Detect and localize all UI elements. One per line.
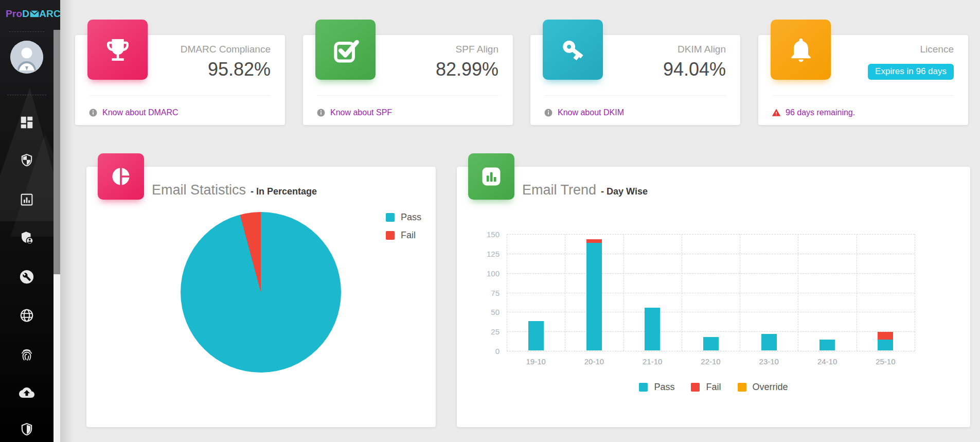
sidebar: ProDARC bbox=[0, 0, 60, 442]
shield-split-icon bbox=[19, 422, 34, 437]
stat-value: 94.04% bbox=[663, 59, 726, 80]
dmarc-compliance-card: DMARC Compliance 95.82% Know about DMARC bbox=[75, 35, 285, 125]
legend-label: Pass bbox=[654, 382, 674, 393]
know-about-dmarc-link[interactable]: Know about DMARC bbox=[88, 102, 179, 123]
scrollbar-track bbox=[54, 274, 60, 442]
bar-23-10 bbox=[761, 334, 777, 350]
envelope-m-icon bbox=[30, 9, 39, 16]
email-trend-card: Email Trend - Day Wise 02550751001251501… bbox=[457, 167, 970, 427]
gridline-vertical bbox=[565, 234, 565, 351]
gridline-vertical bbox=[915, 234, 915, 351]
stat-value: 95.82% bbox=[208, 59, 271, 80]
card-subtitle: - Day Wise bbox=[601, 186, 648, 197]
card-divider bbox=[545, 95, 726, 96]
cloud-upload-icon bbox=[19, 385, 34, 400]
stat-label: DKIM Align bbox=[678, 44, 726, 55]
gridline-horizontal bbox=[507, 351, 915, 351]
gridline-horizontal bbox=[507, 273, 915, 274]
pie-legend-item-fail[interactable]: Fail bbox=[386, 230, 421, 241]
gridline-horizontal bbox=[507, 234, 915, 235]
sidebar-item-protection[interactable] bbox=[19, 153, 34, 168]
x-axis-tick-label: 20-10 bbox=[565, 357, 623, 366]
wrench-icon bbox=[19, 269, 34, 285]
legend-swatch bbox=[386, 231, 395, 240]
card-subtitle: - In Percentage bbox=[251, 186, 317, 197]
trend-legend-item-pass[interactable]: Pass bbox=[639, 382, 674, 393]
pie-legend-item-pass[interactable]: Pass bbox=[386, 212, 421, 223]
trend-legend-item-override[interactable]: Override bbox=[738, 382, 788, 393]
bar-25-10 bbox=[878, 332, 893, 350]
user-avatar[interactable] bbox=[10, 41, 43, 74]
gridline-vertical bbox=[857, 234, 857, 351]
bar-24-10 bbox=[819, 340, 835, 350]
y-axis-tick-label: 75 bbox=[470, 288, 500, 297]
gridline-vertical bbox=[623, 234, 624, 351]
legend-swatch bbox=[738, 383, 746, 392]
x-axis-tick-label: 25-10 bbox=[857, 357, 915, 366]
card-divider bbox=[90, 95, 271, 96]
bar-segment-pass bbox=[645, 308, 660, 350]
trophy-icon bbox=[87, 20, 148, 80]
know-about-dkim-link[interactable]: Know about DKIM bbox=[544, 102, 624, 123]
footer-link-label: Know about DKIM bbox=[558, 108, 624, 117]
trend-legend: PassFailOverride bbox=[457, 382, 970, 393]
info-icon bbox=[316, 108, 326, 117]
know-about-spf-link[interactable]: Know about SPF bbox=[316, 102, 392, 123]
footer-note-label: 96 days remaining. bbox=[786, 108, 855, 117]
licence-remaining-note: 96 days remaining. bbox=[772, 102, 855, 123]
legend-label: Fail bbox=[401, 230, 416, 241]
shield-check-icon bbox=[19, 153, 34, 168]
bar-20-10 bbox=[586, 239, 602, 350]
sidebar-divider bbox=[7, 95, 46, 95]
gridline-horizontal bbox=[507, 254, 915, 254]
bar-segment-pass bbox=[586, 243, 602, 350]
info-icon bbox=[544, 108, 553, 117]
check-square-icon bbox=[315, 20, 376, 80]
logo-d: D bbox=[22, 8, 29, 19]
app-logo[interactable]: ProDARC bbox=[6, 8, 60, 20]
bell-icon bbox=[771, 20, 831, 80]
licence-card: Licence Expires in 96 days 96 days remai… bbox=[758, 35, 968, 125]
bar-21-10 bbox=[645, 308, 660, 350]
x-axis-tick-label: 21-10 bbox=[623, 357, 682, 366]
gridline-horizontal bbox=[507, 312, 915, 312]
x-axis-tick-label: 19-10 bbox=[507, 357, 565, 366]
sidebar-item-forensics[interactable] bbox=[19, 347, 34, 363]
trend-plot: 025507510012515019-1020-1021-1022-1023-1… bbox=[507, 234, 915, 351]
warning-icon bbox=[772, 108, 781, 117]
x-axis-tick-label: 24-10 bbox=[798, 357, 856, 366]
x-axis-tick-label: 23-10 bbox=[740, 357, 798, 366]
gridline-vertical bbox=[740, 234, 740, 351]
prodmarc-dashboard: ProDARC DMARC Compliance 95.82% Know abo… bbox=[0, 0, 980, 442]
shield-user-icon bbox=[19, 230, 34, 245]
legend-swatch bbox=[691, 383, 700, 392]
logo-pro: Pro bbox=[6, 8, 22, 19]
bar-22-10 bbox=[703, 337, 719, 350]
sidebar-item-reports[interactable] bbox=[19, 192, 34, 207]
stat-label: SPF Align bbox=[456, 44, 498, 55]
scrollbar-thumb[interactable] bbox=[54, 30, 60, 274]
sidebar-item-tools[interactable] bbox=[19, 269, 34, 285]
gridline-horizontal bbox=[507, 293, 915, 293]
y-axis-tick-label: 100 bbox=[470, 269, 500, 277]
sidebar-item-backup[interactable] bbox=[19, 385, 34, 400]
email-statistics-card: Email Statistics - In Percentage PassFai… bbox=[86, 167, 436, 427]
sidebar-item-dashboard[interactable] bbox=[19, 115, 34, 130]
stat-label: DMARC Compliance bbox=[181, 44, 271, 55]
card-title: Email Trend bbox=[522, 182, 596, 198]
bar-segment-pass bbox=[703, 337, 719, 350]
content-left-shadow bbox=[60, 0, 74, 442]
stat-label: Licence bbox=[920, 44, 954, 55]
dkim-align-card: DKIM Align 94.04% Know about DKIM bbox=[530, 35, 740, 125]
dashboard-grid-icon bbox=[19, 115, 34, 130]
sidebar-item-domains[interactable] bbox=[19, 230, 34, 245]
sidebar-item-security[interactable] bbox=[19, 422, 34, 437]
pie-chart-icon bbox=[98, 153, 144, 200]
card-title-row: Email Trend - Day Wise bbox=[522, 182, 648, 198]
sidebar-scrollbar bbox=[54, 0, 60, 442]
footer-link-label: Know about SPF bbox=[330, 108, 392, 117]
licence-expiry-badge: Expires in 96 days bbox=[868, 64, 954, 80]
trend-legend-item-fail[interactable]: Fail bbox=[691, 382, 721, 393]
y-axis-tick-label: 0 bbox=[470, 347, 500, 356]
sidebar-item-global[interactable] bbox=[19, 308, 34, 323]
